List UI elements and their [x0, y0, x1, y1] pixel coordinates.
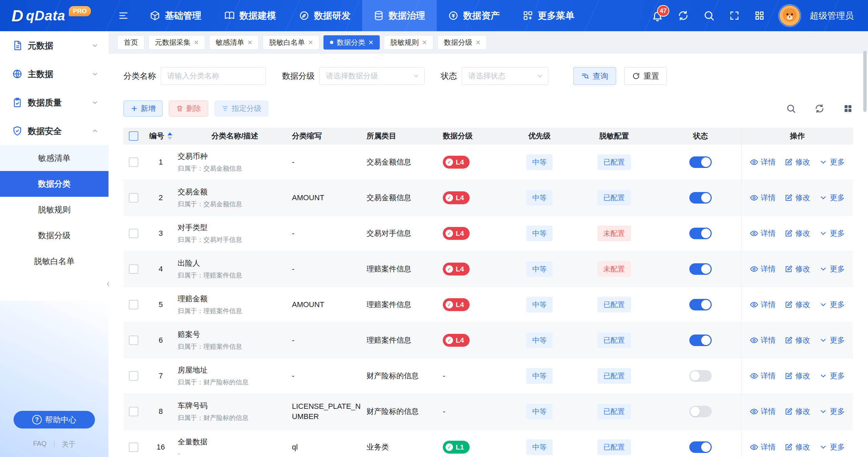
sidebar-item-data-classification[interactable]: 数据分类 [0, 171, 108, 197]
row-checkbox[interactable] [129, 157, 138, 167]
row-checkbox[interactable] [129, 442, 138, 452]
more-link[interactable]: 更多 [819, 406, 845, 417]
more-link[interactable]: 更多 [819, 264, 845, 274]
apps-layout-button[interactable] [754, 10, 765, 21]
reset-button[interactable]: 重置 [624, 67, 667, 85]
more-link[interactable]: 更多 [819, 300, 845, 310]
tab-data-classification[interactable]: 数据分类× [323, 35, 380, 50]
status-toggle[interactable] [689, 228, 712, 239]
sidebar-item-metadata[interactable]: 元数据 [0, 31, 108, 60]
status-toggle[interactable] [689, 406, 712, 417]
close-icon[interactable]: × [476, 38, 480, 46]
row-checkbox[interactable] [129, 264, 138, 274]
detail-link[interactable]: 详情 [750, 371, 776, 381]
status-toggle[interactable] [689, 441, 712, 453]
status-select[interactable]: 请选择状态 [462, 67, 548, 85]
about-link[interactable]: 关于 [62, 440, 76, 449]
sidebar-item-master-data[interactable]: 主数据 [0, 60, 108, 88]
tab-data-grading[interactable]: 数据分级× [437, 35, 487, 50]
user-name[interactable]: 超级管理员 [810, 10, 854, 22]
row-checkbox[interactable] [129, 336, 138, 345]
edit-link[interactable]: 修改 [785, 335, 810, 345]
nav-item-data-modeling[interactable]: 数据建模 [213, 0, 288, 31]
global-search-button[interactable] [703, 10, 715, 21]
row-checkbox[interactable] [129, 300, 138, 309]
hamburger-menu-icon[interactable] [108, 0, 138, 31]
refresh-button[interactable] [677, 10, 689, 21]
select-all-checkbox[interactable] [129, 131, 138, 141]
status-toggle[interactable] [689, 335, 712, 346]
table-refresh-icon[interactable] [814, 103, 825, 114]
column-settings-icon[interactable] [843, 103, 853, 114]
detail-link[interactable]: 详情 [750, 406, 776, 417]
tab-metadata-collection[interactable]: 元数据采集× [149, 35, 205, 50]
header-id[interactable]: 编号 [144, 128, 178, 145]
status-toggle[interactable] [689, 156, 712, 168]
close-icon[interactable]: × [422, 38, 427, 46]
data-grade-select[interactable]: 请选择数据分级 [319, 67, 425, 85]
status-toggle[interactable] [689, 299, 712, 310]
table-search-icon[interactable] [786, 103, 796, 114]
delete-button[interactable]: 删除 [169, 100, 208, 117]
edit-link[interactable]: 修改 [785, 228, 810, 239]
detail-link[interactable]: 详情 [750, 157, 776, 167]
sidebar-collapse-icon[interactable]: ‹ [106, 278, 110, 288]
sidebar-item-sensitive-list[interactable]: 敏感清单 [0, 145, 108, 171]
sidebar-item-masking-rules[interactable]: 脱敏规则 [0, 197, 108, 223]
tab-sensitive-list[interactable]: 敏感清单× [209, 35, 259, 50]
more-link[interactable]: 更多 [819, 157, 845, 167]
fullscreen-button[interactable] [729, 10, 740, 21]
edit-link[interactable]: 修改 [785, 193, 810, 203]
more-link[interactable]: 更多 [819, 228, 845, 239]
edit-link[interactable]: 修改 [785, 406, 810, 417]
status-toggle[interactable] [689, 370, 712, 382]
nav-item-data-development[interactable]: 数据研发 [288, 0, 362, 31]
assign-grade-button[interactable]: 指定分级 [214, 100, 269, 117]
close-icon[interactable]: × [369, 38, 373, 46]
sort-icon[interactable] [167, 132, 172, 140]
category-name-input[interactable] [161, 67, 266, 85]
detail-link[interactable]: 详情 [750, 228, 776, 239]
status-toggle[interactable] [689, 192, 712, 204]
more-link[interactable]: 更多 [819, 371, 845, 381]
edit-link[interactable]: 修改 [785, 371, 810, 381]
more-link[interactable]: 更多 [819, 442, 845, 452]
edit-link[interactable]: 修改 [785, 264, 810, 274]
add-button[interactable]: 新增 [123, 100, 163, 117]
close-icon[interactable]: × [248, 38, 252, 46]
detail-link[interactable]: 详情 [750, 442, 776, 452]
faq-link[interactable]: FAQ [33, 440, 46, 449]
row-checkbox[interactable] [129, 229, 138, 238]
nav-item-data-governance[interactable]: 数据治理 [362, 0, 437, 31]
tab-home[interactable]: 首页 [117, 35, 144, 50]
close-icon[interactable]: × [308, 38, 313, 46]
row-checkbox[interactable] [129, 193, 138, 203]
row-checkbox[interactable] [129, 407, 138, 416]
detail-link[interactable]: 详情 [750, 300, 776, 310]
sidebar-item-data-security[interactable]: 数据安全 [0, 117, 108, 145]
more-link[interactable]: 更多 [819, 193, 845, 203]
brand-logo[interactable]: D qData PRO [0, 0, 108, 31]
detail-link[interactable]: 详情 [750, 264, 776, 274]
status-toggle[interactable] [689, 263, 712, 275]
tab-masking-rules[interactable]: 脱敏规则× [384, 35, 433, 50]
close-icon[interactable]: × [194, 38, 199, 46]
detail-link[interactable]: 详情 [750, 193, 776, 203]
edit-link[interactable]: 修改 [785, 300, 810, 310]
row-checkbox[interactable] [129, 371, 138, 381]
scrollbar-thumb[interactable] [863, 51, 867, 112]
nav-item-basic-management[interactable]: 基础管理 [138, 0, 213, 31]
nav-item-more-menu[interactable]: 更多菜单 [511, 0, 586, 31]
nav-item-data-assets[interactable]: 数据资产 [437, 0, 511, 31]
help-center-button[interactable]: ? 帮助中心 [14, 411, 95, 429]
user-avatar[interactable] [779, 5, 800, 26]
notifications-button[interactable]: 47 [652, 10, 663, 21]
more-link[interactable]: 更多 [819, 335, 845, 345]
edit-link[interactable]: 修改 [785, 157, 810, 167]
detail-link[interactable]: 详情 [750, 335, 776, 345]
edit-link[interactable]: 修改 [785, 442, 810, 452]
sidebar-item-masking-whitelist[interactable]: 脱敏白名单 [0, 248, 108, 274]
sidebar-item-data-grading[interactable]: 数据分级 [0, 223, 108, 248]
tab-masking-whitelist[interactable]: 脱敏白名单× [263, 35, 319, 50]
sidebar-item-data-quality[interactable]: 数据质量 [0, 88, 108, 117]
